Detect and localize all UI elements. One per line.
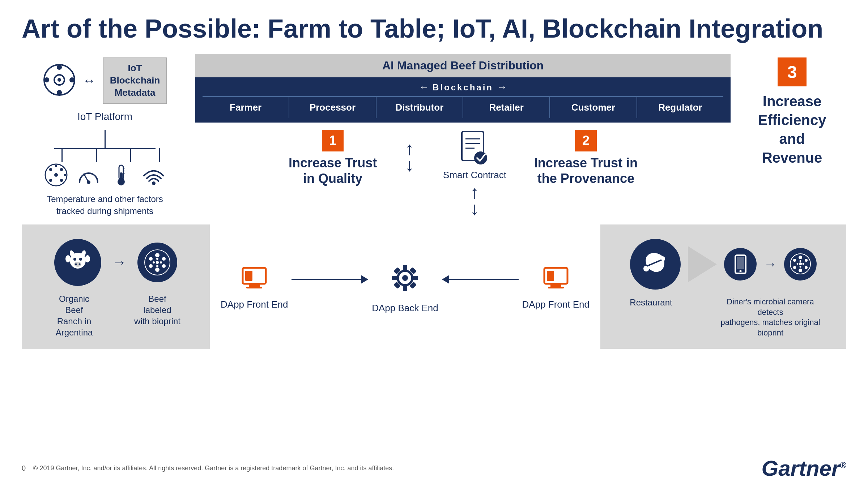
iot-platform-label: IoT Platform xyxy=(77,111,132,123)
svg-point-78 xyxy=(805,266,808,269)
bottom-left-icons-row: → xyxy=(54,239,177,286)
svg-line-16 xyxy=(84,174,89,182)
trust-title-2: Increase Trust in the Provenance xyxy=(534,155,638,186)
blockchain-participants: Farmer Processor Distributor Retailer Cu… xyxy=(203,96,723,118)
dapp-front-end-icon-left xyxy=(240,264,269,292)
bottom-left-labels: Organic Beef Ranch in Argentina Beef lab… xyxy=(51,293,181,338)
blockchain-label: Blockchain xyxy=(433,82,493,93)
svg-point-49 xyxy=(156,258,158,260)
page: Art of the Possible: Farm to Table; IoT,… xyxy=(0,0,868,488)
svg-point-56 xyxy=(402,275,408,281)
iot-platform-row: ↔ IoT Blockchain Metadata xyxy=(43,57,167,103)
trust-block-2: 2 Increase Trust in the Provenance xyxy=(521,130,651,186)
svg-point-81 xyxy=(793,259,796,262)
center-section: AI Managed Beef Distribution ← Blockchai… xyxy=(188,54,738,217)
ai-bar: AI Managed Beef Distribution xyxy=(195,54,731,77)
thermometer-icon xyxy=(109,162,134,188)
iot-section: ↔ IoT Blockchain Metadata IoT Platform xyxy=(22,54,188,217)
diner-label: Diner's microbial camera detects pathoge… xyxy=(720,297,821,338)
sensors-label: Temperature and other factors tracked du… xyxy=(47,193,163,217)
svg-point-11 xyxy=(49,179,52,182)
participant-farmer: Farmer xyxy=(203,96,289,118)
iot-blockchain-box: IoT Blockchain Metadata xyxy=(103,57,167,103)
restaurant-label: Restaurant xyxy=(626,297,676,338)
phone-to-bioprint-arrow: → xyxy=(764,257,777,272)
page-number: 0 xyxy=(22,464,26,472)
svg-point-13 xyxy=(55,165,57,167)
smart-contract-icon xyxy=(455,130,494,170)
sc-arrow-down: ↓ xyxy=(470,201,479,217)
page-title: Art of the Possible: Farm to Table; IoT,… xyxy=(22,14,846,43)
trust-block-1: 1 Increase Trust in Quality xyxy=(275,130,391,186)
beef-bioprint-label: Beef labeled with bioprint xyxy=(134,293,181,338)
svg-point-28 xyxy=(474,151,487,164)
svg-rect-58 xyxy=(403,285,407,291)
svg-rect-53 xyxy=(246,287,262,288)
svg-rect-59 xyxy=(392,276,398,280)
smart-contract-label: Smart Contract xyxy=(443,170,506,181)
svg-point-79 xyxy=(799,269,802,272)
svg-point-48 xyxy=(153,261,155,264)
bottom-right-box: → xyxy=(600,224,846,349)
svg-point-40 xyxy=(155,253,159,257)
beam-shape xyxy=(688,246,717,282)
svg-point-76 xyxy=(799,256,802,259)
svg-point-85 xyxy=(799,260,801,262)
svg-point-4 xyxy=(69,77,75,82)
participant-retailer: Retailer xyxy=(463,96,550,118)
participant-distributor: Distributor xyxy=(376,96,463,118)
svg-rect-73 xyxy=(737,257,744,269)
blockchain-left-arrow: ← xyxy=(419,82,429,93)
copyright-text: © 2019 Gartner, Inc. and/or its affiliat… xyxy=(33,465,394,472)
svg-rect-68 xyxy=(547,271,554,281)
dapp-front-end-left: DApp Front End xyxy=(221,264,288,310)
badge-1: 1 xyxy=(322,130,344,151)
svg-point-32 xyxy=(65,255,71,262)
sensors-row xyxy=(36,148,174,188)
bottom-right-labels: Restaurant Diner's microbial camera dete… xyxy=(626,297,821,338)
bottom-left-box: → xyxy=(22,224,210,349)
svg-point-12 xyxy=(60,179,63,182)
bottom-right-icons-row: → xyxy=(630,239,817,290)
footer: 0 © 2019 Gartner, Inc. and/or its affili… xyxy=(22,456,846,481)
svg-point-86 xyxy=(799,266,801,268)
dapp-front-end-right: DApp Front End xyxy=(522,264,590,310)
svg-point-44 xyxy=(149,264,153,268)
participant-processor: Processor xyxy=(289,96,376,118)
svg-point-77 xyxy=(805,259,808,262)
gartner-logo: Gartner® xyxy=(762,456,846,481)
svg-point-2 xyxy=(58,78,61,82)
svg-rect-60 xyxy=(412,276,418,280)
svg-rect-66 xyxy=(550,284,561,287)
svg-point-83 xyxy=(802,263,804,265)
svg-rect-54 xyxy=(245,271,252,281)
beef-icon xyxy=(137,243,177,282)
svg-rect-57 xyxy=(403,265,407,271)
svg-point-3 xyxy=(57,65,62,70)
dapp-front-end-label-right: DApp Front End xyxy=(522,299,590,310)
phone-icon xyxy=(724,248,757,281)
svg-point-33 xyxy=(85,255,90,262)
svg-point-19 xyxy=(118,178,125,185)
svg-point-84 xyxy=(796,263,798,265)
svg-point-5 xyxy=(57,90,62,95)
dapp-back-end-icon xyxy=(387,260,423,296)
svg-point-34 xyxy=(73,258,76,261)
svg-point-38 xyxy=(79,263,81,265)
svg-point-35 xyxy=(79,258,82,261)
svg-point-9 xyxy=(49,168,52,171)
svg-point-45 xyxy=(149,257,153,261)
svg-point-14 xyxy=(64,174,66,176)
signal-icon xyxy=(141,162,166,188)
svg-point-43 xyxy=(155,267,159,272)
dapp-back-end-label: DApp Back End xyxy=(372,303,438,314)
svg-point-47 xyxy=(160,261,162,264)
gauge-icon xyxy=(76,162,101,188)
iot-platform-icon xyxy=(43,64,76,98)
svg-point-69 xyxy=(643,266,649,271)
blockchain-container: ← Blockchain → Farmer Processor Distribu… xyxy=(195,77,731,123)
smart-contract-area: Smart Contract ↑ ↓ xyxy=(443,130,506,217)
svg-point-74 xyxy=(739,270,741,272)
dapp-front-end-icon-right xyxy=(541,264,570,292)
svg-point-10 xyxy=(60,168,63,171)
